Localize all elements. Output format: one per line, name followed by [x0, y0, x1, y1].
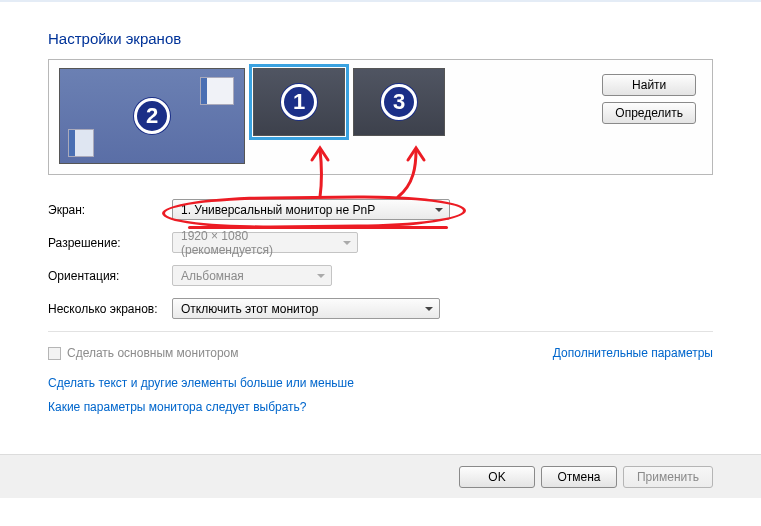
monitor-3[interactable]: 3 [353, 68, 445, 136]
page-title: Настройки экранов [48, 30, 713, 47]
advanced-link[interactable]: Дополнительные параметры [553, 346, 713, 360]
identify-button[interactable]: Определить [602, 102, 696, 124]
resolution-label: Разрешение: [48, 236, 172, 250]
chevron-down-icon [317, 274, 325, 278]
find-button[interactable]: Найти [602, 74, 696, 96]
resolution-value: 1920 × 1080 (рекомендуется) [181, 229, 335, 257]
dialog-footer: OK Отмена Применить [0, 454, 761, 498]
screen-label: Экран: [48, 203, 172, 217]
textsize-link[interactable]: Сделать текст и другие элементы больше и… [48, 376, 354, 390]
chevron-down-icon [425, 307, 433, 311]
apply-button: Применить [623, 466, 713, 488]
multiple-label: Несколько экранов: [48, 302, 172, 316]
monitor-number: 2 [134, 98, 170, 134]
orientation-dropdown: Альбомная [172, 265, 332, 286]
multiple-dropdown[interactable]: Отключить этот монитор [172, 298, 440, 319]
screen-value: 1. Универсальный монитор не PnP [181, 203, 375, 217]
ok-button[interactable]: OK [459, 466, 535, 488]
monitor-number: 1 [281, 84, 317, 120]
primary-checkbox [48, 347, 61, 360]
screen-dropdown[interactable]: 1. Универсальный монитор не PnP [172, 199, 450, 220]
monitor-2[interactable]: 2 [59, 68, 245, 164]
monitor-number: 3 [381, 84, 417, 120]
chevron-down-icon [435, 208, 443, 212]
cancel-button[interactable]: Отмена [541, 466, 617, 488]
orientation-value: Альбомная [181, 269, 244, 283]
monitor-1[interactable]: 1 [253, 68, 345, 136]
chevron-down-icon [343, 241, 351, 245]
primary-checkbox-label: Сделать основным монитором [67, 346, 239, 360]
window-thumb-icon [68, 129, 94, 157]
resolution-dropdown: 1920 × 1080 (рекомендуется) [172, 232, 358, 253]
divider [48, 331, 713, 332]
orientation-label: Ориентация: [48, 269, 172, 283]
multiple-value: Отключить этот монитор [181, 302, 318, 316]
which-monitor-link[interactable]: Какие параметры монитора следует выбрать… [48, 400, 307, 414]
window-thumb-icon [200, 77, 234, 105]
display-preview: 2 1 3 Найти Определить [48, 59, 713, 175]
